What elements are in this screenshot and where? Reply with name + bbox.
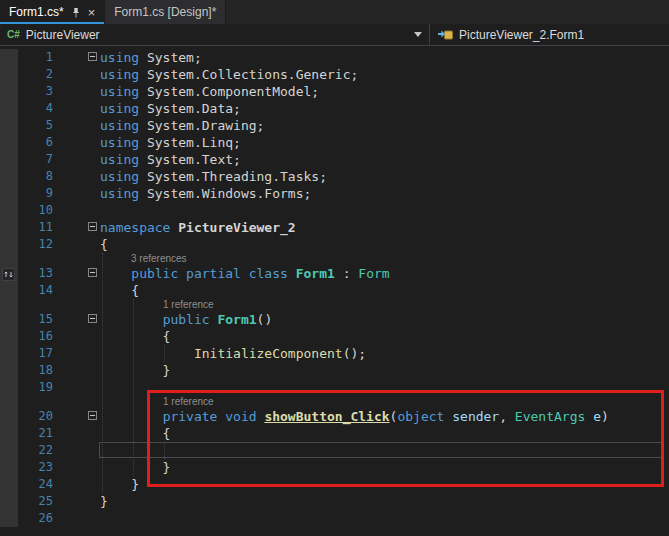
fold-collapse-icon[interactable] <box>88 52 97 61</box>
close-icon[interactable]: × <box>88 6 96 19</box>
breakpoint-gutter[interactable] <box>0 100 18 117</box>
breakpoint-gutter[interactable] <box>0 510 18 527</box>
line-number[interactable] <box>18 299 62 311</box>
breakpoint-gutter[interactable] <box>0 459 18 476</box>
code-line[interactable]: using System.ComponentModel; <box>100 83 319 100</box>
breakpoint-gutter[interactable] <box>0 83 18 100</box>
line-number[interactable]: 6 <box>18 134 62 151</box>
breakpoint-gutter[interactable] <box>0 425 18 442</box>
line-number[interactable]: 10 <box>18 202 62 219</box>
tab-bar: Form1.cs* × Form1.cs [Design]* <box>0 0 669 24</box>
breakpoint-gutter[interactable] <box>0 219 18 236</box>
codelens-references[interactable]: 3 references <box>100 253 187 265</box>
code-line[interactable]: } <box>100 476 139 493</box>
code-line[interactable]: using System.Drawing; <box>100 117 264 134</box>
line-number[interactable] <box>18 253 62 265</box>
line-number[interactable]: 25 <box>18 493 62 510</box>
breakpoint-gutter[interactable] <box>0 117 18 134</box>
fold-margin <box>62 219 100 236</box>
breakpoint-gutter[interactable] <box>0 345 18 362</box>
line-number[interactable]: 13 <box>18 265 62 282</box>
code-line[interactable]: using System; <box>100 49 202 66</box>
line-number[interactable]: 2 <box>18 66 62 83</box>
line-number[interactable]: 21 <box>18 425 62 442</box>
line-number[interactable]: 20 <box>18 408 62 425</box>
tab-form1-cs[interactable]: Form1.cs* × <box>0 0 105 24</box>
code-line[interactable]: public Form1() <box>100 311 272 328</box>
code-line[interactable]: using System.Data; <box>100 100 241 117</box>
breakpoint-gutter[interactable] <box>0 49 18 66</box>
code-line-row: 1using System; <box>0 49 669 66</box>
line-number[interactable]: 1 <box>18 49 62 66</box>
breakpoint-gutter[interactable] <box>0 185 18 202</box>
breakpoint-gutter[interactable] <box>0 151 18 168</box>
line-number[interactable]: 16 <box>18 328 62 345</box>
breakpoint-gutter[interactable] <box>0 299 18 311</box>
fold-margin <box>62 66 100 83</box>
project-dropdown[interactable]: C# PictureViewer <box>0 24 430 45</box>
breakpoint-gutter[interactable] <box>0 476 18 493</box>
line-number[interactable]: 7 <box>18 151 62 168</box>
line-number[interactable]: 22 <box>18 442 62 459</box>
line-number[interactable]: 12 <box>18 236 62 253</box>
code-line[interactable]: using System.Text; <box>100 151 241 168</box>
codelens-references[interactable]: 1 reference <box>100 299 214 311</box>
code-line-row: 6using System.Linq; <box>0 134 669 151</box>
line-number[interactable]: 23 <box>18 459 62 476</box>
breakpoint-gutter[interactable] <box>0 328 18 345</box>
line-number[interactable]: 24 <box>18 476 62 493</box>
code-line[interactable]: { <box>100 328 170 345</box>
breakpoint-gutter[interactable] <box>0 362 18 379</box>
code-line[interactable]: public partial class Form1 : Form <box>100 265 390 282</box>
fold-margin <box>62 379 100 396</box>
line-number[interactable]: 17 <box>18 345 62 362</box>
fold-margin <box>62 299 100 311</box>
line-number[interactable]: 8 <box>18 168 62 185</box>
breakpoint-gutter[interactable] <box>0 396 18 408</box>
breakpoint-gutter[interactable] <box>0 134 18 151</box>
code-line[interactable]: using System.Linq; <box>100 134 241 151</box>
line-number[interactable]: 3 <box>18 83 62 100</box>
fold-margin <box>62 510 100 527</box>
breakpoint-gutter[interactable] <box>0 379 18 396</box>
breakpoint-gutter[interactable] <box>0 202 18 219</box>
pin-icon[interactable] <box>71 7 81 18</box>
breakpoint-gutter[interactable] <box>0 311 18 328</box>
line-number[interactable]: 15 <box>18 311 62 328</box>
line-number[interactable]: 14 <box>18 282 62 299</box>
fold-collapse-icon[interactable] <box>88 411 97 420</box>
breakpoint-gutter[interactable] <box>0 66 18 83</box>
breakpoint-gutter[interactable] <box>0 168 18 185</box>
member-dropdown[interactable]: PictureViewer_2.Form1 <box>430 24 669 45</box>
line-number[interactable]: 11 <box>18 219 62 236</box>
breakpoint-gutter[interactable] <box>0 442 18 459</box>
code-line[interactable]: using System.Collections.Generic; <box>100 66 358 83</box>
tab-form1-cs-design[interactable]: Form1.cs [Design]* <box>105 0 226 24</box>
line-number[interactable]: 4 <box>18 100 62 117</box>
code-line[interactable]: } <box>100 493 108 510</box>
fold-collapse-icon[interactable] <box>88 222 97 231</box>
line-number[interactable] <box>18 396 62 408</box>
code-line[interactable]: InitializeComponent(); <box>100 345 366 362</box>
code-line[interactable]: { <box>100 236 108 253</box>
line-number[interactable]: 18 <box>18 362 62 379</box>
code-line[interactable]: using System.Threading.Tasks; <box>100 168 327 185</box>
line-number[interactable]: 9 <box>18 185 62 202</box>
fold-margin <box>62 253 100 265</box>
breakpoint-gutter[interactable] <box>0 236 18 253</box>
inheritance-margin-icon[interactable] <box>2 267 15 285</box>
breakpoint-gutter[interactable] <box>0 408 18 425</box>
code-line[interactable]: { <box>100 282 139 299</box>
code-line-row: 7using System.Text; <box>0 151 669 168</box>
fold-margin <box>62 202 100 219</box>
code-line[interactable]: namespace PictureViewer_2 <box>100 219 296 236</box>
code-line[interactable]: using System.Windows.Forms; <box>100 185 311 202</box>
line-number[interactable]: 5 <box>18 117 62 134</box>
breakpoint-gutter[interactable] <box>0 493 18 510</box>
line-number[interactable]: 19 <box>18 379 62 396</box>
fold-collapse-icon[interactable] <box>88 268 97 277</box>
fold-collapse-icon[interactable] <box>88 314 97 323</box>
code-line[interactable]: } <box>100 362 170 379</box>
line-number[interactable]: 26 <box>18 510 62 527</box>
breakpoint-gutter[interactable] <box>0 253 18 265</box>
